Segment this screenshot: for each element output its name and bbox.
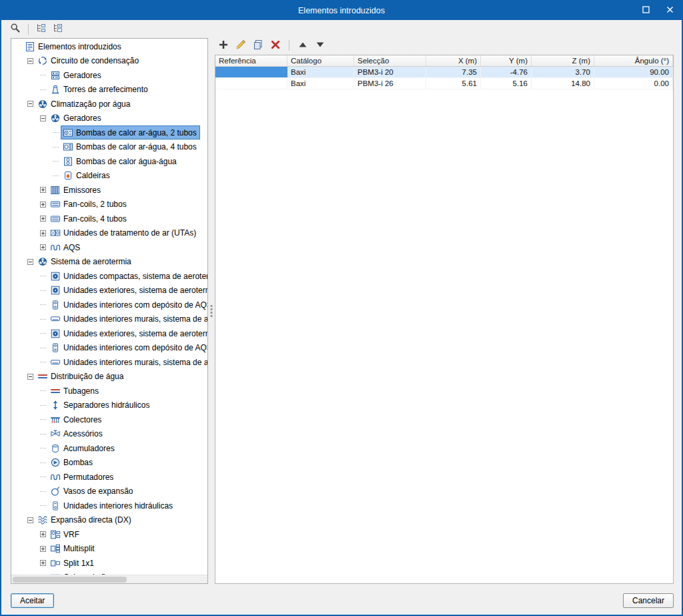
panel-splitter[interactable] xyxy=(208,38,215,584)
tree-item[interactable]: Unidades interiores com depósito de AQS,… xyxy=(11,298,207,312)
table-row[interactable]: BaxiPBM3-i 265.615.1614.800.00 xyxy=(215,78,673,89)
tree-item[interactable]: Bombas de calor água-água xyxy=(11,154,207,169)
tree-item[interactable]: Unidades interiores murais, sistema de a… xyxy=(11,312,207,327)
tree-item-label: Unidades interiores com depósito de AQS,… xyxy=(63,343,207,352)
table-row[interactable]: BaxiPBM3-i 207.35-4.763.7090.00 xyxy=(215,67,673,78)
expand-all-button[interactable] xyxy=(51,22,65,37)
collapse-box[interactable] xyxy=(27,259,34,265)
tree-item[interactable]: Torres de arrefecimento xyxy=(11,83,207,97)
expand-box[interactable] xyxy=(39,244,47,250)
tree-item[interactable]: Unidades compactas, sistema de aerotermi… xyxy=(11,269,207,284)
tree-item[interactable]: Expansão directa (DX) xyxy=(11,513,207,528)
tree-item[interactable]: Permutadores xyxy=(11,470,207,485)
tree-item[interactable]: Unidades exteriores, sistema de aeroterm… xyxy=(11,284,207,298)
expand-box[interactable] xyxy=(39,546,47,552)
expand-box[interactable] xyxy=(39,531,47,537)
wall-unit-icon xyxy=(49,356,61,368)
cell-catalogo[interactable]: Baxi xyxy=(287,67,354,77)
maximize-button[interactable] xyxy=(634,1,658,20)
tree-item[interactable]: Unidades exteriores, sistema de aeroterm… xyxy=(11,326,207,341)
tree-item-label: Unidades exteriores, sistema de aeroterm… xyxy=(63,286,207,295)
tree-item[interactable]: Unidades de tratamento de ar (UTAs) xyxy=(11,226,207,241)
add-button[interactable] xyxy=(216,38,231,53)
edit-button[interactable] xyxy=(233,38,248,53)
cell-y[interactable]: -4.76 xyxy=(481,67,532,77)
cell-x[interactable]: 7.35 xyxy=(426,67,481,77)
cancel-button[interactable]: Cancelar xyxy=(623,593,674,608)
tree-item[interactable]: Unidades interiores hidráulicas xyxy=(11,499,207,513)
tree-item[interactable]: Climatização por água xyxy=(11,97,207,111)
cell-x[interactable]: 5.61 xyxy=(426,78,481,89)
tree-item[interactable]: Bombas de calor ar-água, 2 tubos xyxy=(11,125,207,140)
titlebar[interactable]: Elementos introduzidos xyxy=(1,1,682,20)
tree-item[interactable]: Bombas xyxy=(11,456,207,471)
collapse-all-button[interactable] xyxy=(34,22,49,37)
expand-box[interactable] xyxy=(39,187,47,193)
move-up-button[interactable] xyxy=(295,38,310,53)
tree-item[interactable]: Bombas de calor ar-água, 4 tubos xyxy=(11,140,207,155)
collapse-box[interactable] xyxy=(27,58,34,64)
move-down-button[interactable] xyxy=(313,38,327,53)
cell-catalogo[interactable]: Baxi xyxy=(287,78,354,89)
tree-item[interactable]: Tubagens xyxy=(11,384,207,398)
cell-angulo[interactable]: 0.00 xyxy=(594,78,673,89)
column-header[interactable]: X (m) xyxy=(426,55,481,66)
tree-item-label: Acumuladores xyxy=(63,444,115,453)
tree-item[interactable]: Fan-coils, 4 tubos xyxy=(11,212,207,226)
search-button[interactable] xyxy=(8,22,23,37)
tree-item[interactable]: Distribuição de água xyxy=(11,370,207,384)
tree-item-label: Bombas xyxy=(63,458,93,467)
tree-item[interactable]: Split 1x1 xyxy=(11,556,207,571)
tree-item[interactable]: Unidades interiores murais, sistema de a… xyxy=(11,355,207,370)
collapse-box[interactable] xyxy=(39,115,47,121)
cell-referencia[interactable] xyxy=(215,67,287,77)
column-header[interactable]: Selecção xyxy=(354,55,426,66)
tree-item[interactable]: Colectores xyxy=(11,412,207,427)
cell-seleccao[interactable]: PBM3-i 20 xyxy=(354,67,426,77)
copy-button[interactable] xyxy=(251,38,265,53)
tree-item[interactable]: Unidades interiores com depósito de AQS,… xyxy=(11,341,207,356)
tree-connector xyxy=(52,176,59,176)
tree-item[interactable]: Acessórios xyxy=(11,427,207,442)
tree-item[interactable]: VRF xyxy=(11,527,207,542)
tree-item[interactable]: Geradores xyxy=(11,111,207,126)
column-header[interactable]: Y (m) xyxy=(481,55,532,66)
expand-box[interactable] xyxy=(39,230,47,236)
tree-item-label: Unidades interiores murais, sistema de a… xyxy=(63,358,207,367)
tree-item[interactable]: Emissores xyxy=(11,183,207,198)
tree-item[interactable]: AQS xyxy=(11,240,207,255)
column-header[interactable]: Referência xyxy=(215,55,287,66)
tree-item[interactable]: Sistema de aerotermia xyxy=(11,255,207,270)
tree-item[interactable]: Caldeiras xyxy=(11,169,207,184)
tree-item[interactable]: Separadores hidráulicos xyxy=(11,398,207,413)
tree-connector xyxy=(39,477,47,477)
cell-referencia[interactable] xyxy=(215,78,287,89)
cell-angulo[interactable]: 90.00 xyxy=(594,67,673,77)
collapse-box[interactable] xyxy=(27,101,34,107)
expand-box[interactable] xyxy=(39,560,47,566)
column-header[interactable]: Ângulo (°) xyxy=(594,55,673,66)
accept-button[interactable]: Aceitar xyxy=(11,593,54,608)
tree-item[interactable]: Fan-coils, 2 tubos xyxy=(11,198,207,212)
tree-item[interactable]: Geradores xyxy=(11,68,207,83)
tree-item-label: Geradores xyxy=(63,113,101,123)
tree-item[interactable]: Multisplit xyxy=(11,542,207,557)
cell-z[interactable]: 14.80 xyxy=(532,78,594,89)
tree-item[interactable]: Elementos introduzidos xyxy=(11,39,207,54)
collapse-box[interactable] xyxy=(27,517,34,523)
tree-horizontal-scrollbar[interactable] xyxy=(11,575,207,583)
tree-item[interactable]: Circuito de condensação xyxy=(11,54,207,69)
close-button[interactable] xyxy=(658,1,682,20)
delete-button[interactable] xyxy=(268,38,283,53)
tree-item[interactable]: Acumuladores xyxy=(11,441,207,456)
cell-z[interactable]: 3.70 xyxy=(532,67,594,77)
expand-box[interactable] xyxy=(39,202,47,208)
cell-y[interactable]: 5.16 xyxy=(481,78,532,89)
tree-item[interactable]: Vasos de expansão xyxy=(11,485,207,499)
expand-box[interactable] xyxy=(39,216,47,222)
scrollbar-thumb[interactable] xyxy=(13,577,127,583)
cell-seleccao[interactable]: PBM3-i 26 xyxy=(354,78,426,89)
column-header[interactable]: Catálogo xyxy=(287,55,354,66)
column-header[interactable]: Z (m) xyxy=(532,55,594,66)
collapse-box[interactable] xyxy=(27,374,34,380)
